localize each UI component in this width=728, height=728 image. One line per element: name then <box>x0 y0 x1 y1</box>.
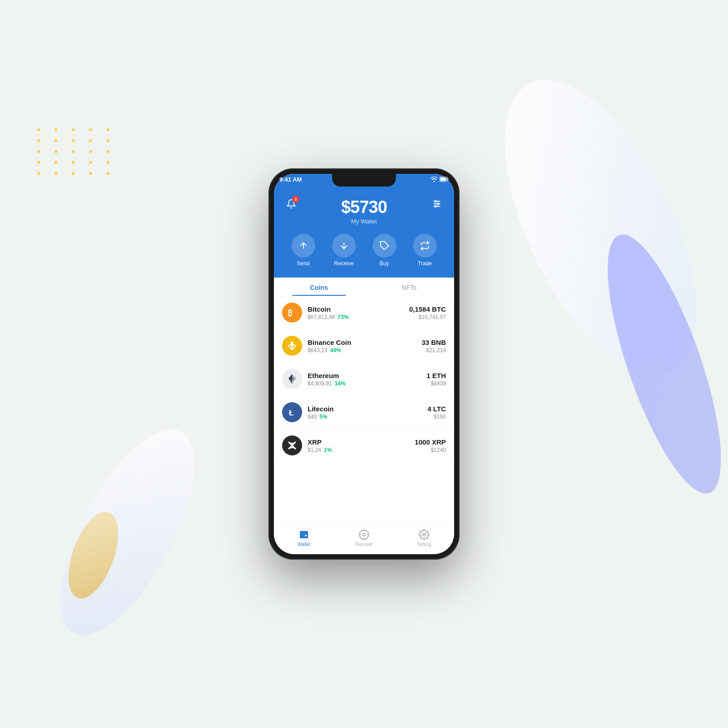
ltc-qty: 4 LTC <box>427 405 446 413</box>
buy-button[interactable]: Buy <box>373 234 396 267</box>
setting-icon <box>418 529 430 541</box>
svg-point-32 <box>363 533 365 536</box>
xrp-qty: 1000 XRP <box>415 438 446 446</box>
eth-info: Ethereum $4,809,91 14% <box>308 372 426 387</box>
eth-change: 14% <box>334 380 345 387</box>
coin-list: ₿ Bitcoin $67,813,48 73% 0,1584 BTC $10,… <box>274 296 454 525</box>
action-buttons-row: Send Receive <box>283 234 445 267</box>
btc-qty: 0,1584 BTC <box>409 305 446 313</box>
btc-price-row: $67,813,48 73% <box>308 314 409 320</box>
ltc-value: $160 <box>427 414 446 420</box>
nav-wallet[interactable]: Wallet <box>274 529 334 547</box>
receive-button[interactable]: Receive <box>332 234 356 267</box>
ltc-price: $40 <box>308 414 317 420</box>
trade-icon <box>420 241 430 251</box>
bnb-amounts: 33 BNB $21,219 <box>422 339 446 354</box>
wallet-nav-label: Wallet <box>298 542 310 547</box>
svg-point-3 <box>435 201 436 202</box>
ltc-info: Litecoin $40 5% <box>308 405 427 420</box>
bnb-value: $21,219 <box>422 347 446 354</box>
nav-discover[interactable]: Discover <box>334 529 394 547</box>
trade-label: Trade <box>418 260 432 267</box>
ltc-change: 5% <box>319 414 327 420</box>
coin-item-eth[interactable]: Ethereum $4,809,91 14% 1 ETH $4809 <box>274 363 454 396</box>
svg-marker-17 <box>289 343 295 347</box>
send-icon-bg <box>292 234 315 258</box>
bg-decoration <box>36 127 116 176</box>
buy-label: Buy <box>379 260 389 267</box>
bnb-logo <box>282 336 302 356</box>
notification-button[interactable]: 2 <box>283 196 299 212</box>
eth-logo <box>282 369 302 389</box>
xrp-price: $1,24 <box>308 447 321 453</box>
filter-icon <box>432 199 442 209</box>
coin-item-bnb[interactable]: Binance Coin $643,23 44% 33 BNB $21,219 <box>274 329 454 363</box>
eth-price: $4,809,91 <box>308 380 332 387</box>
coin-item-btc[interactable]: ₿ Bitcoin $67,813,48 73% 0,1584 BTC $10,… <box>274 296 454 329</box>
coin-item-ltc[interactable]: Ł Litecoin $40 5% 4 LTC $160 <box>274 396 454 429</box>
status-icons <box>430 177 449 182</box>
send-icon <box>298 241 308 251</box>
ltc-amounts: 4 LTC $160 <box>427 405 446 420</box>
btc-amounts: 0,1584 BTC $10,741,57 <box>409 305 446 320</box>
bnb-price-row: $643,23 44% <box>308 347 422 354</box>
ribbon-white2-decoration <box>35 404 220 661</box>
receive-label: Receive <box>334 260 354 267</box>
btc-change: 73% <box>338 314 349 320</box>
eth-name: Ethereum <box>308 372 426 379</box>
xrp-name: XRP <box>308 438 415 446</box>
tabs-row: Coins NFTs <box>274 278 454 296</box>
xrp-change: 1% <box>324 447 332 453</box>
phone-screen: 2 $5730 <box>274 174 454 554</box>
btc-info: Bitcoin $67,813,48 73% <box>308 305 409 320</box>
ltc-price-row: $40 5% <box>308 414 427 420</box>
status-time: 9:41 AM <box>279 176 302 183</box>
send-button[interactable]: Send <box>292 234 315 267</box>
svg-point-6 <box>437 203 439 205</box>
bnb-change: 44% <box>330 347 341 354</box>
xrp-amounts: 1000 XRP $1240 <box>415 438 446 453</box>
send-label: Send <box>297 260 309 267</box>
svg-point-30 <box>305 535 307 536</box>
tab-nfts[interactable]: NFTs <box>364 278 454 296</box>
svg-point-37 <box>423 533 425 536</box>
trade-button[interactable]: Trade <box>413 234 437 267</box>
coin-item-xrp[interactable]: XRP $1,24 1% 1000 XRP $1240 <box>274 429 454 462</box>
discover-nav-label: Discover <box>355 542 373 547</box>
bnb-name: Binance Coin <box>308 339 422 346</box>
svg-rect-2 <box>448 178 449 181</box>
buy-icon-bg <box>373 234 396 258</box>
svg-marker-19 <box>295 344 296 347</box>
svg-rect-29 <box>300 533 308 538</box>
btc-price: $67,813,48 <box>308 314 335 320</box>
tab-coins[interactable]: Coins <box>274 278 364 296</box>
trade-icon-bg <box>413 234 437 258</box>
discover-icon <box>358 529 370 541</box>
header: 2 $5730 <box>274 174 454 278</box>
svg-marker-18 <box>288 344 289 347</box>
wallet-icon <box>298 529 310 541</box>
wifi-icon <box>430 177 438 182</box>
settings-button[interactable] <box>429 196 445 212</box>
nav-setting[interactable]: Setting <box>394 529 454 547</box>
header-icons-row: 2 <box>283 196 445 212</box>
btc-name: Bitcoin <box>308 305 409 313</box>
svg-text:₿: ₿ <box>288 308 292 318</box>
phone-frame: 9:41 AM <box>268 168 460 560</box>
btc-value: $10,741,57 <box>409 314 446 320</box>
svg-text:Ł: Ł <box>289 409 293 417</box>
svg-rect-1 <box>440 178 446 181</box>
status-bar: 9:41 AM <box>279 175 449 184</box>
eth-value: $4809 <box>426 380 446 387</box>
eth-amounts: 1 ETH $4809 <box>426 372 446 387</box>
ltc-name: Litecoin <box>308 405 427 413</box>
eth-qty: 1 ETH <box>426 372 446 379</box>
balance-label: My Wallet <box>351 218 377 225</box>
receive-icon <box>339 241 349 251</box>
notification-badge: 2 <box>292 196 299 203</box>
btc-logo: ₿ <box>282 303 302 323</box>
xrp-logo <box>282 435 302 455</box>
bnb-price: $643,23 <box>308 347 327 354</box>
svg-marker-20 <box>289 346 295 350</box>
bnb-qty: 33 BNB <box>422 339 446 346</box>
